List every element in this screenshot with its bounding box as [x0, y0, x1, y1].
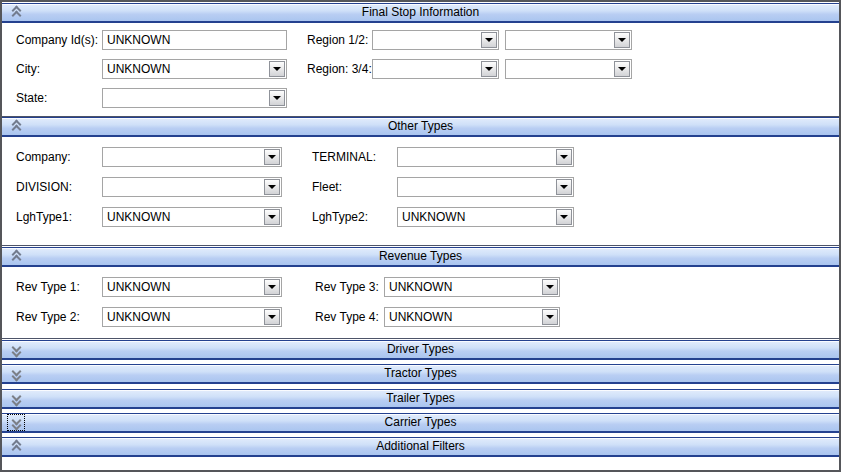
region-2-select[interactable] [505, 30, 632, 50]
region-4-select[interactable] [505, 59, 632, 79]
dropdown-button[interactable] [614, 32, 630, 48]
dropdown-arrow-icon [546, 285, 554, 289]
terminal-label: TERMINAL: [312, 147, 376, 167]
fleet-label: Fleet: [312, 177, 342, 197]
section-title: Driver Types [2, 341, 839, 358]
dropdown-button[interactable] [264, 149, 280, 165]
city-select[interactable]: UNKNOWN [102, 59, 287, 79]
filter-panel: Final Stop Information Company Id(s): Re… [0, 0, 841, 472]
dropdown-arrow-icon [273, 67, 281, 71]
dropdown-arrow-icon [268, 185, 276, 189]
dropdown-arrow-icon [268, 315, 276, 319]
section-header-carrier-types[interactable]: Carrier Types [2, 413, 839, 433]
rev-type-3-value: UNKNOWN [389, 278, 539, 296]
dropdown-button[interactable] [264, 279, 280, 295]
dropdown-arrow-icon [560, 155, 568, 159]
company-select[interactable] [102, 147, 282, 167]
rev-type-3-label: Rev Type 3: [315, 277, 379, 297]
section-header-additional-filters[interactable]: Additional Filters [2, 437, 839, 457]
rev-type-1-value: UNKNOWN [107, 278, 261, 296]
dropdown-button[interactable] [269, 90, 285, 106]
company-label: Company: [16, 147, 71, 167]
dropdown-arrow-icon [268, 215, 276, 219]
region-12-label: Region 1/2: [307, 30, 368, 50]
dropdown-button[interactable] [556, 149, 572, 165]
lghtype1-select[interactable]: UNKNOWN [102, 207, 282, 227]
region-4-value [510, 60, 611, 78]
region-3-select[interactable] [372, 59, 499, 79]
city-label: City: [16, 59, 40, 79]
section-header-driver-types[interactable]: Driver Types [2, 340, 839, 360]
section-title: Trailer Types [2, 390, 839, 407]
company-ids-input[interactable] [102, 30, 287, 50]
dropdown-button[interactable] [614, 61, 630, 77]
dropdown-button[interactable] [264, 209, 280, 225]
city-value: UNKNOWN [107, 60, 266, 78]
dropdown-arrow-icon [485, 67, 493, 71]
other-types-content: Company: TERMINAL: DIVISION: Fleet: LghT… [2, 137, 839, 246]
section-title: Tractor Types [2, 365, 839, 382]
division-select[interactable] [102, 177, 282, 197]
section-title: Carrier Types [2, 414, 839, 431]
rev-type-1-select[interactable]: UNKNOWN [102, 277, 282, 297]
section-header-other-types[interactable]: Other Types [2, 117, 839, 137]
dropdown-button[interactable] [269, 61, 285, 77]
section-header-trailer-types[interactable]: Trailer Types [2, 389, 839, 409]
division-value [107, 178, 261, 196]
region-1-select[interactable] [372, 30, 499, 50]
state-label: State: [16, 88, 47, 108]
lghtype1-label: LghType1: [16, 207, 72, 227]
dropdown-button[interactable] [556, 179, 572, 195]
dropdown-arrow-icon [618, 38, 626, 42]
rev-type-3-select[interactable]: UNKNOWN [384, 277, 560, 297]
lghtype2-select[interactable]: UNKNOWN [397, 207, 574, 227]
region-1-value [377, 31, 478, 49]
terminal-select[interactable] [397, 147, 574, 167]
company-value [107, 148, 261, 166]
lghtype1-value: UNKNOWN [107, 208, 261, 226]
dropdown-arrow-icon [485, 38, 493, 42]
section-title: Final Stop Information [2, 4, 839, 21]
dropdown-arrow-icon [268, 285, 276, 289]
dropdown-button[interactable] [264, 179, 280, 195]
final-stop-content: Company Id(s): Region 1/2: City: UNKNOWN… [2, 23, 839, 117]
rev-type-2-value: UNKNOWN [107, 308, 261, 326]
rev-type-2-select[interactable]: UNKNOWN [102, 307, 282, 327]
dropdown-arrow-icon [560, 215, 568, 219]
region-3-value [377, 60, 478, 78]
section-header-revenue-types[interactable]: Revenue Types [2, 247, 839, 267]
dropdown-button[interactable] [481, 32, 497, 48]
section-header-final-stop-information[interactable]: Final Stop Information [2, 3, 839, 23]
dropdown-arrow-icon [273, 96, 281, 100]
dropdown-button[interactable] [542, 309, 558, 325]
rev-type-1-label: Rev Type 1: [16, 277, 80, 297]
section-title: Additional Filters [2, 438, 839, 455]
division-label: DIVISION: [16, 177, 72, 197]
lghtype2-value: UNKNOWN [402, 208, 553, 226]
revenue-types-content: Rev Type 1: UNKNOWN Rev Type 3: UNKNOWN … [2, 267, 839, 339]
section-title: Revenue Types [2, 248, 839, 265]
rev-type-4-label: Rev Type 4: [315, 307, 379, 327]
dropdown-button[interactable] [542, 279, 558, 295]
fleet-select[interactable] [397, 177, 574, 197]
rev-type-2-label: Rev Type 2: [16, 307, 80, 327]
dropdown-button[interactable] [481, 61, 497, 77]
section-title: Other Types [2, 118, 839, 135]
fleet-value [402, 178, 553, 196]
lghtype2-label: LghType2: [312, 207, 368, 227]
dropdown-button[interactable] [264, 309, 280, 325]
dropdown-arrow-icon [560, 185, 568, 189]
dropdown-arrow-icon [546, 315, 554, 319]
terminal-value [402, 148, 553, 166]
section-header-tractor-types[interactable]: Tractor Types [2, 364, 839, 384]
rev-type-4-select[interactable]: UNKNOWN [384, 307, 560, 327]
state-select[interactable] [102, 88, 287, 108]
state-value [107, 89, 266, 107]
region-34-label: Region: 3/4: [307, 59, 372, 79]
dropdown-arrow-icon [618, 67, 626, 71]
rev-type-4-value: UNKNOWN [389, 308, 539, 326]
dropdown-arrow-icon [268, 155, 276, 159]
region-2-value [510, 31, 611, 49]
dropdown-button[interactable] [556, 209, 572, 225]
company-ids-label: Company Id(s): [16, 30, 98, 50]
